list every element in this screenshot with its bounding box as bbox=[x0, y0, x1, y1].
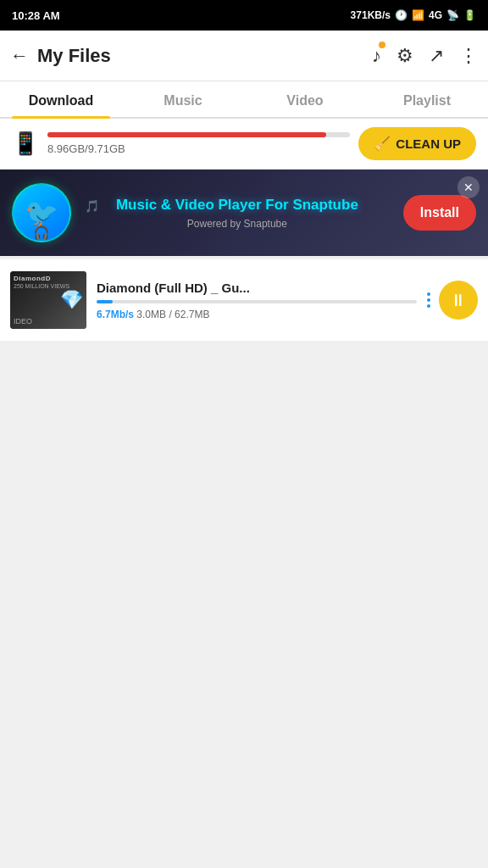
status-bar-right: 371KB/s 🕐 📶 4G 📡 🔋 bbox=[351, 9, 476, 21]
battery-icon: 🔋 bbox=[463, 9, 476, 21]
download-item-title: Diamond (Full HD) _ Gu... bbox=[97, 281, 417, 295]
ad-text: 🎵 Music & Video Player For Snaptube Powe… bbox=[81, 196, 393, 230]
main-content-area bbox=[0, 341, 488, 680]
signal-icon: 📶 bbox=[412, 9, 424, 21]
download-stats: 6.7Mb/s 3.0MB / 62.7MB bbox=[97, 309, 417, 320]
thumb-diamond-icon: 💎 bbox=[60, 289, 83, 311]
download-item-actions: ⏸ bbox=[427, 281, 478, 320]
download-downloaded: 3.0MB bbox=[136, 309, 166, 320]
share-icon[interactable]: ↗ bbox=[429, 45, 444, 67]
storage-bar-fill bbox=[47, 132, 326, 137]
download-progress-fill bbox=[97, 300, 113, 303]
status-time: 10:28 AM bbox=[12, 9, 60, 22]
download-list-item: DiamondD 250 MILLION VIEWS 💎 IDEO Diamon… bbox=[0, 259, 488, 341]
storage-info: 8.96GB/9.71GB bbox=[47, 132, 350, 156]
bird-headphones-icon: 🎧 bbox=[33, 225, 50, 241]
ad-banner: 🐦 🎧 🎵 Music & Video Player For Snaptube … bbox=[0, 170, 488, 256]
thumb-video-label: IDEO bbox=[14, 317, 32, 326]
ad-title: Music & Video Player For Snaptube bbox=[81, 196, 393, 214]
storage-bar bbox=[47, 132, 350, 137]
ad-music-note-icon: 🎵 bbox=[85, 199, 99, 213]
tab-video[interactable]: Video bbox=[244, 81, 366, 117]
music-badge bbox=[379, 42, 385, 48]
alarm-icon: 🕐 bbox=[395, 9, 408, 21]
app-bar: ← My Files ♪ ⚙ ↗ ⋮ bbox=[0, 31, 488, 81]
storage-row: 📱 8.96GB/9.71GB 🧹 CLEAN UP bbox=[0, 119, 488, 170]
thumb-brand-label: DiamondD bbox=[14, 275, 51, 282]
tab-music[interactable]: Music bbox=[122, 81, 244, 117]
settings-icon[interactable]: ⚙ bbox=[396, 45, 413, 67]
install-button[interactable]: Install bbox=[403, 195, 476, 231]
back-button[interactable]: ← bbox=[10, 45, 29, 67]
download-more-button[interactable] bbox=[427, 292, 430, 308]
download-progress-bar bbox=[97, 300, 417, 303]
status-bar: 10:28 AM 371KB/s 🕐 📶 4G 📡 🔋 bbox=[0, 0, 488, 31]
pause-icon: ⏸ bbox=[450, 291, 467, 310]
broom-icon: 🧹 bbox=[374, 136, 391, 152]
cleanup-button[interactable]: 🧹 CLEAN UP bbox=[358, 127, 476, 160]
app-bar-actions: ♪ ⚙ ↗ ⋮ bbox=[372, 45, 478, 67]
thumb-views-label: 250 MILLION VIEWS bbox=[14, 283, 69, 289]
download-speed: 6.7Mb/s bbox=[97, 309, 134, 320]
video-thumbnail: DiamondD 250 MILLION VIEWS 💎 IDEO bbox=[10, 271, 86, 329]
download-total: 62.7MB bbox=[175, 309, 209, 320]
network-type: 4G bbox=[429, 9, 442, 21]
ad-close-button[interactable]: ✕ bbox=[458, 176, 480, 198]
tab-download[interactable]: Download bbox=[0, 81, 122, 117]
tab-bar: Download Music Video Playlist bbox=[0, 81, 488, 119]
storage-text: 8.96GB/9.71GB bbox=[47, 142, 125, 155]
status-bar-left: 10:28 AM bbox=[12, 9, 60, 22]
download-pause-button[interactable]: ⏸ bbox=[439, 281, 478, 320]
network-speed: 371KB/s bbox=[351, 9, 391, 21]
phone-icon: 📱 bbox=[12, 131, 39, 157]
more-vert-icon[interactable]: ⋮ bbox=[459, 45, 478, 67]
tab-playlist[interactable]: Playlist bbox=[366, 81, 488, 117]
ad-bird-mascot: 🐦 🎧 bbox=[12, 183, 71, 242]
ad-subtitle: Powered by Snaptube bbox=[81, 218, 393, 230]
download-item-info: Diamond (Full HD) _ Gu... 6.7Mb/s 3.0MB … bbox=[97, 281, 417, 320]
music-note-icon[interactable]: ♪ bbox=[372, 45, 381, 67]
wifi-icon: 📡 bbox=[446, 9, 459, 21]
page-title: My Files bbox=[37, 45, 372, 67]
